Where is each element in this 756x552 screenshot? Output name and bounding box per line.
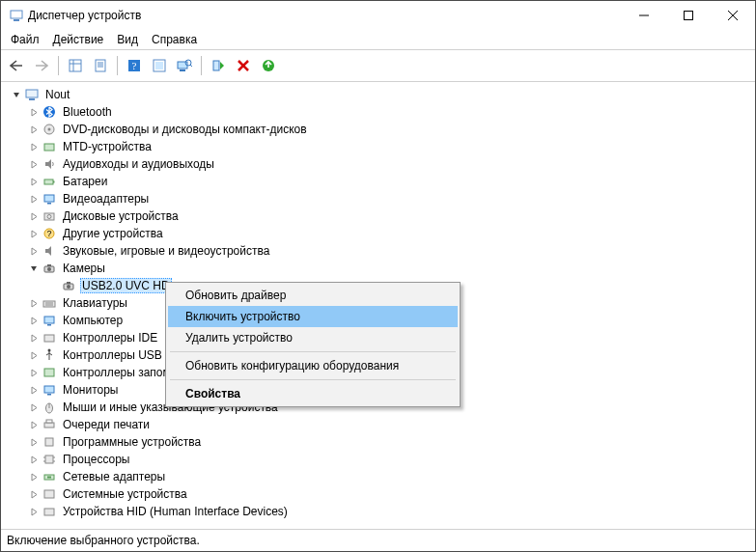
back-button[interactable] [5,54,28,77]
expand-icon[interactable] [28,106,40,118]
expand-icon[interactable] [28,384,40,396]
maximize-button[interactable] [666,1,711,30]
app-icon [9,8,24,23]
tree-item[interactable]: Батареи [7,173,755,190]
expand-icon[interactable] [28,419,40,430]
svg-point-43 [67,285,70,289]
tree-item[interactable]: Видеоадаптеры [7,190,755,207]
tree-item-label: MTD-устройства [61,140,154,153]
hid-icon [42,504,57,519]
collapse-icon[interactable] [11,89,22,100]
svg-rect-21 [213,61,219,70]
expand-icon[interactable] [28,158,40,170]
svg-rect-32 [53,181,55,183]
svg-rect-67 [44,490,54,498]
svg-rect-66 [47,477,51,479]
toolbar-separator [58,56,59,75]
tree-item[interactable]: Bluetooth [7,103,755,121]
tree-item[interactable]: Системные устройства [7,485,755,503]
collapse-icon[interactable] [28,262,40,274]
device-manager-window: Диспетчер устройств Файл Действие Вид Сп… [0,0,756,552]
expand-icon[interactable] [28,245,40,257]
tree-item[interactable]: MTD-устройства [7,138,755,155]
expand-icon[interactable] [28,332,40,344]
tree-item[interactable]: ?Другие устройства [7,225,755,242]
tree-item[interactable]: Очереди печати [7,416,755,433]
expand-icon[interactable] [28,367,40,378]
context-properties[interactable]: Свойства [168,383,458,404]
expand-icon[interactable] [28,124,40,135]
expand-icon[interactable] [28,349,40,361]
svg-text:?: ? [46,229,51,238]
svg-rect-60 [45,455,53,463]
computer-icon [42,313,57,328]
svg-rect-26 [29,98,35,100]
storage-controller-icon [42,365,57,380]
expand-icon[interactable] [28,401,40,413]
expand-icon[interactable] [28,228,40,239]
context-uninstall-device[interactable]: Удалить устройство [168,327,458,348]
tree-item-label: Камеры [61,262,107,275]
tree-item-label: DVD-дисководы и дисководы компакт-дисков [61,123,309,136]
tree-item[interactable]: Устройства HID (Human Interface Devices) [7,503,755,520]
show-hide-tree-button[interactable] [64,54,87,77]
context-item-label: Удалить устройство [185,331,293,345]
monitor-icon [42,382,57,398]
tree-item[interactable]: Аудиовходы и аудиовыходы [7,155,755,173]
expand-icon[interactable] [28,436,40,448]
tree-item[interactable]: Сетевые адаптеры [7,468,755,485]
tree-item[interactable]: Звуковые, игровые и видеоустройства [7,242,755,260]
context-enable-device[interactable]: Включить устройство [168,306,458,327]
device-tree[interactable]: Nout Bluetooth DVD-дисководы и дисководы… [1,82,755,529]
show-hidden-button[interactable] [148,54,171,77]
context-update-driver[interactable]: Обновить драйвер [168,285,458,306]
expand-icon[interactable] [28,471,40,483]
properties-button[interactable] [89,54,112,77]
expand-icon[interactable] [28,141,40,152]
toolbar-separator [117,56,118,75]
menu-view[interactable]: Вид [117,33,138,46]
dvd-drive-icon [42,122,57,137]
menu-file[interactable]: Файл [11,33,40,46]
update-driver-button[interactable] [257,54,280,77]
uninstall-device-button[interactable] [232,54,255,77]
context-scan-hardware[interactable]: Обновить конфигурацию оборудования [168,355,458,376]
expand-icon[interactable] [28,488,40,500]
tree-item[interactable]: Программные устройства [7,433,755,451]
menu-action[interactable]: Действие [53,33,104,46]
svg-rect-3 [685,12,693,20]
tree-item[interactable]: DVD-дисководы и дисководы компакт-дисков [7,121,755,138]
svg-line-20 [190,65,192,67]
help-button[interactable]: ? [123,54,146,77]
tree-root-label: Nout [43,88,71,101]
close-button[interactable] [711,1,755,30]
status-bar: Включение выбранного устройства. [1,529,755,551]
tree-root[interactable]: Nout [7,86,755,103]
camera-icon [42,261,57,276]
forward-button[interactable] [30,54,53,77]
network-adapter-icon [42,469,57,484]
svg-rect-18 [180,69,185,71]
other-devices-icon: ? [42,226,57,241]
menu-help[interactable]: Справка [152,33,197,46]
tree-item-cameras[interactable]: Камеры [7,260,755,277]
tree-item[interactable]: Дисковые устройства [7,207,755,225]
expand-icon[interactable] [28,210,40,222]
svg-point-29 [48,128,51,131]
minimize-button[interactable] [622,1,666,30]
enable-device-button[interactable] [207,54,230,77]
expand-icon[interactable] [28,315,40,326]
scan-hardware-button[interactable] [173,54,196,77]
context-separator [170,379,456,380]
expand-icon[interactable] [28,176,40,187]
svg-rect-58 [46,420,52,423]
svg-rect-48 [44,317,54,323]
expand-icon[interactable] [28,506,40,517]
expand-icon[interactable] [28,454,40,465]
processor-icon [42,452,57,467]
expand-icon[interactable] [28,297,40,309]
expand-icon[interactable] [28,193,40,205]
display-adapter-icon [42,191,57,207]
svg-rect-50 [44,335,54,342]
tree-item[interactable]: Процессоры [7,451,755,468]
